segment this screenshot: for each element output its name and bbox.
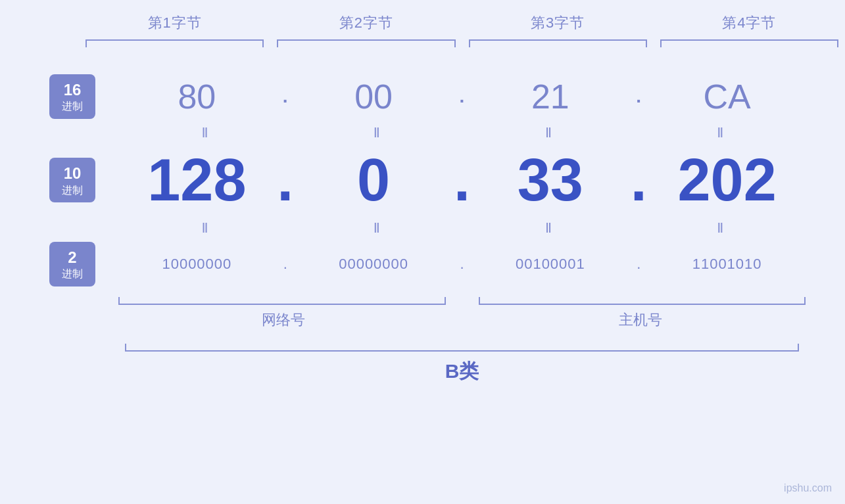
eq6: II (290, 221, 462, 235)
bin-b3: 00100001 (472, 256, 629, 273)
bin-label: 2 进制 (39, 242, 105, 286)
main-container: 第1字节 第2字节 第3字节 第4字节 16 进制 80 . 00 (0, 0, 845, 504)
bin-dot1: . (276, 256, 295, 273)
eq1: II (118, 126, 290, 140)
net-host-label-row: 网络号 主机号 (118, 310, 806, 330)
equals-row-2: II II II II (118, 218, 806, 239)
big-bracket-row (118, 340, 806, 352)
hex-sub: 进制 (57, 100, 87, 114)
dec-dot2: . (452, 147, 472, 214)
bracket-byte3 (469, 39, 647, 51)
bracket-byte2 (277, 39, 455, 51)
byte4-header: 第4字节 (654, 13, 845, 33)
hex-row: 16 进制 80 . 00 . 21 . CA (39, 71, 806, 122)
hex-b1: 80 (118, 77, 276, 116)
hex-dot2: . (452, 86, 472, 107)
bracket-byte4 (660, 39, 838, 51)
bin-sub: 进制 (57, 267, 87, 281)
eq5: II (118, 221, 290, 235)
dec-num: 10 (57, 163, 87, 183)
bin-row: 2 进制 10000000 . 00000000 . 00100001 . (39, 239, 806, 290)
hex-label: 16 进制 (39, 74, 105, 119)
dec-sub: 进制 (57, 184, 87, 198)
bin-b2: 00000000 (295, 256, 452, 273)
class-label-row: B类 (118, 358, 806, 385)
bin-values: 10000000 . 00000000 . 00100001 . 1100101… (118, 256, 806, 273)
hex-b2: 00 (295, 77, 452, 116)
byte1-header: 第1字节 (79, 13, 270, 33)
eq4: II (634, 126, 806, 140)
hex-num: 16 (57, 80, 87, 100)
hex-dot3: . (629, 86, 648, 107)
bottom-brackets (118, 293, 806, 305)
dec-b3: 33 (472, 147, 629, 214)
bin-dot3: . (629, 256, 648, 273)
class-label: B类 (445, 360, 479, 382)
dec-badge: 10 进制 (49, 158, 95, 202)
bin-badge: 2 进制 (49, 242, 95, 286)
dec-label: 10 进制 (39, 158, 105, 202)
eq8: II (634, 221, 806, 235)
eq3: II (462, 126, 634, 140)
header-row: 第1字节 第2字节 第3字节 第4字节 (79, 13, 845, 33)
bin-b4: 11001010 (648, 256, 806, 273)
equals-row-1: II II II II (118, 122, 806, 143)
hex-badge: 16 进制 (49, 74, 95, 119)
dec-dot1: . (276, 147, 295, 214)
bracket-byte1 (85, 39, 264, 51)
dec-b1: 128 (118, 147, 276, 214)
dec-dot3: . (629, 147, 648, 214)
bin-b1: 10000000 (118, 256, 276, 273)
network-label: 网络号 (118, 310, 449, 330)
net-bracket (118, 293, 446, 305)
byte2-header: 第2字节 (270, 13, 462, 33)
hex-b4: CA (648, 77, 806, 116)
host-bracket (479, 293, 806, 305)
watermark: ipshu.com (784, 482, 832, 494)
dec-b2: 0 (295, 147, 452, 214)
dec-row: 10 进制 128 . 0 . 33 . 202 (39, 143, 806, 218)
dec-values: 128 . 0 . 33 . 202 (118, 147, 806, 214)
hex-b3: 21 (472, 77, 629, 116)
dec-b4: 202 (648, 147, 806, 214)
eq7: II (462, 221, 634, 235)
bin-dot2: . (452, 256, 472, 273)
byte3-header: 第3字节 (462, 13, 654, 33)
bin-num: 2 (57, 247, 87, 267)
eq2: II (290, 126, 462, 140)
hex-dot1: . (276, 86, 295, 107)
hex-values: 80 . 00 . 21 . CA (118, 77, 806, 116)
host-label: 主机号 (475, 310, 806, 330)
top-bracket-row (79, 39, 845, 51)
